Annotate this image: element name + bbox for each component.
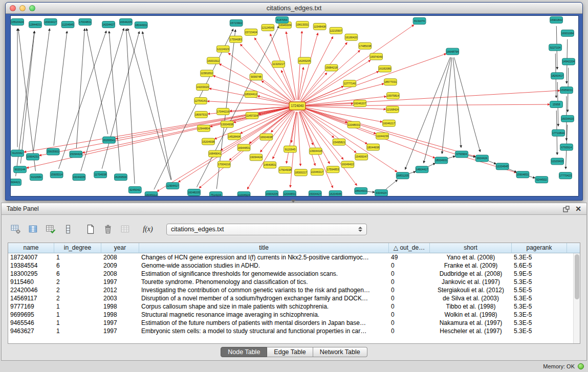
graph-node[interactable]: 17710844 [552, 129, 565, 136]
window-titlebar[interactable]: citations_edges.txt [6, 3, 582, 14]
graph-node[interactable]: 16904417 [44, 18, 57, 25]
graph-node[interactable]: 12224023 [216, 46, 229, 52]
zoom-window-button[interactable] [29, 5, 35, 11]
graph-node[interactable]: 15723902 [230, 19, 243, 26]
graph-node[interactable]: 9227104 [549, 44, 562, 51]
graph-node[interactable]: 19613031 [296, 21, 309, 28]
merge-table-button-disabled[interactable] [118, 223, 133, 236]
close-panel-icon[interactable]: ✕ [575, 205, 581, 212]
graph-node[interactable]: 14203020 [197, 84, 209, 91]
graph-node[interactable]: 13904418 [309, 148, 322, 155]
graph-node[interactable]: 15495821 [333, 139, 345, 145]
column-header-out_de[interactable]: △ out_de… [389, 243, 430, 253]
graph-node[interactable]: 16034420 [561, 115, 574, 122]
graph-node[interactable]: 12168424 [386, 106, 399, 113]
graph-node[interactable]: 12754141 [194, 98, 207, 104]
graph-node[interactable]: 12904417 [166, 183, 179, 189]
table-row[interactable]: 969969511998Structural magnetic resonanc… [8, 311, 580, 319]
graph-node[interactable]: 14640831 [264, 162, 276, 168]
graph-node[interactable]: 9244502 [535, 177, 548, 183]
graph-node[interactable]: 15204938 [202, 138, 215, 145]
graph-hub-node[interactable]: 1724040 [289, 102, 306, 110]
graph-node[interactable]: 11004924 [237, 192, 250, 196]
table-scrollbar[interactable] [573, 253, 580, 343]
tab-edge-table[interactable]: Edge Table [267, 347, 313, 357]
column-header-short[interactable]: short [430, 243, 512, 253]
table-row[interactable]: 1872400712008Changes of HCN gene express… [8, 253, 580, 261]
graph-node[interactable]: 15905314 [50, 171, 63, 178]
graph-node[interactable]: 6793904 [455, 151, 468, 158]
graph-node[interactable]: 11044239 [376, 133, 389, 139]
graph-node[interactable]: 16944831 [237, 144, 250, 151]
graph-node[interactable]: 15004427 [309, 191, 321, 196]
graph-node[interactable]: 17485038 [359, 42, 372, 49]
graph-node[interactable]: 16046217 [383, 120, 396, 126]
graph-node[interactable]: 16049422 [341, 161, 354, 168]
graph-node[interactable]: 14528404 [228, 133, 241, 140]
tab-node-table[interactable]: Node Table [221, 347, 267, 357]
graph-node[interactable]: 9604424 [475, 155, 488, 162]
table-row[interactable]: 1938455462009Genome-wide association stu… [8, 261, 580, 270]
graph-node[interactable]: 7514104 [209, 192, 222, 196]
tab-network-table[interactable]: Network Table [313, 347, 367, 357]
graph-node[interactable]: 17594853 [326, 166, 339, 173]
graph-node[interactable]: 18044931 [135, 21, 147, 28]
graph-node[interactable]: 11204945 [61, 21, 74, 28]
table-row[interactable]: 977716911998Corpus callosum shape and si… [8, 302, 580, 311]
graph-node[interactable]: 18260417 [551, 73, 564, 79]
table-selector-dropdown[interactable]: citations_edges.txt [166, 224, 367, 235]
graph-node[interactable]: 16044205 [73, 174, 85, 181]
graph-node[interactable]: 16046207 [354, 100, 366, 107]
graph-node[interactable]: 17004831 [79, 18, 92, 25]
graph-node[interactable]: 19094424 [250, 154, 263, 161]
graph-node[interactable]: 20269541 [103, 137, 116, 143]
graph-node[interactable]: 17594083 [229, 36, 242, 42]
graph-node[interactable]: 15958 [550, 101, 563, 108]
graph-node[interactable]: 18604931 [355, 188, 367, 194]
column-header-year[interactable]: year [101, 243, 139, 253]
graph-node[interactable]: 14904417 [416, 166, 428, 173]
graph-node[interactable]: 9245042 [128, 187, 141, 193]
graph-node[interactable]: 18044938 [367, 144, 380, 150]
table-row[interactable]: 946554611997Estimation of the future num… [8, 319, 580, 327]
graph-node[interactable]: 15684218 [325, 64, 338, 71]
graph-node[interactable]: 13004938 [221, 121, 233, 127]
graph-node[interactable]: 15901842 [550, 16, 563, 23]
graph-node[interactable]: 18004931 [435, 157, 448, 164]
graph-node[interactable]: 9120342 [11, 150, 24, 157]
graph-node[interactable]: 15520424 [11, 18, 24, 25]
minimize-window-button[interactable] [19, 5, 26, 11]
graph-node[interactable]: 16849041 [208, 150, 221, 157]
graph-node[interactable]: 12777140 [343, 80, 356, 87]
graph-node[interactable]: 6793914 [560, 144, 573, 150]
column-header-in_degree[interactable]: in_degree [54, 243, 101, 253]
graph-node[interactable]: 16974049 [370, 53, 383, 60]
graph-node[interactable]: 8904421 [10, 179, 21, 186]
column-header-title[interactable]: title [139, 243, 389, 253]
graph-node[interactable]: 16648794 [446, 48, 459, 55]
graph-node[interactable]: 18300217 [295, 169, 308, 176]
graph-node[interactable]: 15495047 [355, 154, 368, 160]
import-table-button[interactable] [43, 223, 58, 236]
graph-node[interactable]: 12124549 [262, 24, 274, 31]
graph-svg[interactable]: 1724040127541411420302011581832160019121… [10, 15, 579, 196]
close-window-button[interactable] [10, 5, 16, 11]
graph-node[interactable]: 16182080 [379, 65, 391, 72]
graph-node[interactable]: 8187054 [276, 16, 289, 23]
graph-node[interactable]: 10904231 [26, 154, 39, 160]
graph-node[interactable]: 17504938 [279, 167, 292, 173]
graph-node[interactable]: 16166420 [345, 34, 358, 40]
graph-node[interactable]: 17770423 [559, 172, 572, 179]
column-header-name[interactable]: name [8, 243, 54, 253]
graph-node[interactable]: 9099748 [250, 74, 263, 80]
graph-node[interactable]: 12215907 [330, 27, 342, 34]
graph-node[interactable]: 17044216 [216, 108, 229, 115]
table-row[interactable]: 1456911722003Disruption of a novel membe… [8, 294, 580, 302]
table-row[interactable]: 946362711997Embryonic stem cells: a mode… [8, 327, 580, 335]
delete-button[interactable] [101, 223, 115, 236]
graph-node[interactable]: 18097531 [195, 111, 208, 118]
graph-node[interactable]: 9120945 [284, 146, 297, 152]
graph-node[interactable]: 25605901 [47, 148, 59, 155]
graph-node[interactable]: 15723404 [245, 29, 257, 35]
memory-indicator[interactable] [578, 363, 584, 369]
